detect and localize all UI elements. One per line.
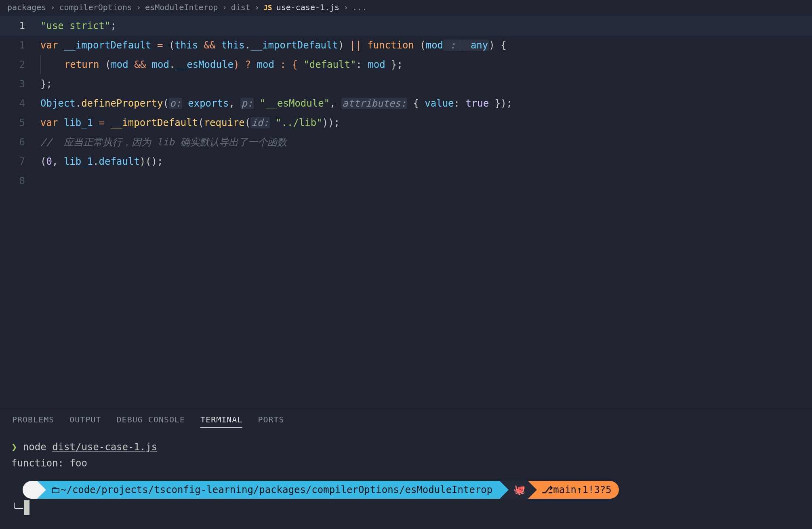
breadcrumb-seg[interactable]: compilerOptions <box>59 2 132 12</box>
tab-output[interactable]: OUTPUT <box>69 415 101 428</box>
token: }; <box>40 78 52 90</box>
terminal[interactable]: ❯ node dist/use-case-1.js function: foo … <box>0 432 812 516</box>
token-ident: __importDefault <box>64 40 151 51</box>
panel-tabs: PROBLEMS OUTPUT DEBUG CONSOLE TERMINAL P… <box>0 409 812 432</box>
line-number: 1 <box>0 16 36 36</box>
tab-ports[interactable]: PORTS <box>258 415 284 428</box>
token: true <box>465 98 489 109</box>
code-line[interactable]: 1 var __importDefault = (this && this.__… <box>0 36 812 55</box>
line-number: 7 <box>0 152 36 171</box>
token-keyword: var <box>40 40 58 51</box>
token: this <box>221 40 245 51</box>
token: lib_1 <box>64 117 93 128</box>
code-line[interactable]: 6 // 应当正常执行，因为 lib 确实默认导出了一个函数 <box>0 132 812 152</box>
line-number: 2 <box>0 55 36 74</box>
token: function <box>367 40 420 51</box>
token: mod <box>257 59 274 70</box>
token: , <box>229 98 240 109</box>
token: mod <box>368 59 385 70</box>
token: { <box>413 98 425 109</box>
token: ( <box>198 117 204 128</box>
token: ( <box>99 59 111 70</box>
token: __importDefault <box>110 117 198 128</box>
token: . <box>245 40 250 51</box>
git-branch: main <box>553 482 576 498</box>
token-string: "use strict" <box>40 20 110 31</box>
code-line[interactable]: 7 (0, lib_1.default)(); <box>0 152 812 171</box>
token: || <box>344 40 367 51</box>
token: var <box>40 117 58 128</box>
code-line[interactable]: 4 Object.defineProperty(o: exports, p: "… <box>0 94 812 113</box>
inlay-hint: p: <box>240 98 254 109</box>
git-dirty: !3 <box>588 482 600 498</box>
token: . <box>169 59 175 70</box>
line-number: 4 <box>0 94 36 113</box>
path-segment: 🗀 ~/code/projects/tsconfig-learning/pack… <box>37 481 500 499</box>
token: ) <box>338 40 344 51</box>
token: : <box>454 98 466 109</box>
code-line[interactable]: 8 <box>0 171 812 191</box>
token: mod <box>111 59 128 70</box>
token: } <box>489 98 501 109</box>
token: , <box>330 98 341 109</box>
chevron-right-icon: › <box>136 2 141 12</box>
token: this <box>175 40 198 51</box>
token <box>58 117 63 128</box>
token: : { <box>274 59 303 70</box>
git-segment: ⎇ main ↑1 !3 ?5 <box>528 481 619 499</box>
prompt-icon: ❯ <box>11 441 17 453</box>
editor-empty-space[interactable] <box>0 191 812 409</box>
inlay-hint: o: <box>169 98 182 109</box>
code-line[interactable]: 3 }; <box>0 74 812 94</box>
token: = <box>93 117 110 128</box>
apple-segment <box>23 481 37 499</box>
inlay-hint: : <box>443 40 462 51</box>
tab-debug-console[interactable]: DEBUG CONSOLE <box>117 415 185 428</box>
breadcrumb-seg[interactable]: esModuleInterop <box>145 2 218 12</box>
inlay-hint-type: any <box>470 40 489 51</box>
token: defineProperty <box>81 98 163 109</box>
breadcrumb-seg[interactable]: packages <box>7 2 46 12</box>
token: ( <box>420 40 425 51</box>
tab-terminal[interactable]: TERMINAL <box>200 415 242 428</box>
token-comment: // 应当正常执行，因为 lib 确实默认导出了一个函数 <box>40 136 287 148</box>
terminal-command: node <box>23 441 46 453</box>
js-file-icon: JS <box>263 3 272 12</box>
chevron-right-icon: › <box>343 2 348 12</box>
cwd-path: ~/code/projects/tsconfig-learning/packag… <box>61 482 492 498</box>
terminal-cursor-line[interactable]: ╰─ <box>11 500 801 516</box>
bottom-panel: PROBLEMS OUTPUT DEBUG CONSOLE TERMINAL P… <box>0 409 812 529</box>
inlay-hint <box>462 40 469 51</box>
token: __importDefault <box>250 40 338 51</box>
powerline-status: 🗀 ~/code/projects/tsconfig-learning/pack… <box>23 481 789 499</box>
token: mod <box>426 40 443 51</box>
chevron-right-icon: › <box>222 2 227 12</box>
token: )(); <box>140 156 163 167</box>
terminal-line: ❯ node dist/use-case-1.js <box>11 439 801 455</box>
terminal-arg: dist/use-case-1.js <box>52 441 157 453</box>
code-editor[interactable]: 1 "use strict"; 1 var __importDefault = … <box>0 15 812 409</box>
chevron-right-icon: › <box>255 2 259 12</box>
breadcrumb-tail[interactable]: ... <box>352 2 367 12</box>
token: ( <box>245 117 250 128</box>
token: value <box>425 98 454 109</box>
token: exports <box>188 98 229 109</box>
code-line[interactable]: 2 return (mod && mod.__esModule) ? mod :… <box>0 55 812 74</box>
token: ( <box>169 40 175 51</box>
code-line[interactable]: 1 "use strict"; <box>0 16 812 36</box>
token: "default" <box>303 59 356 70</box>
token: && <box>198 40 221 51</box>
git-untracked: ?5 <box>600 482 612 498</box>
token: __esModule <box>175 59 234 70</box>
tab-problems[interactable]: PROBLEMS <box>12 415 54 428</box>
token: default <box>99 156 140 167</box>
inlay-hint: attributes: <box>341 98 407 109</box>
token: ( <box>40 156 46 167</box>
token <box>254 98 259 109</box>
breadcrumb-seg[interactable]: dist <box>231 2 250 12</box>
token: return <box>64 59 99 70</box>
code-line[interactable]: 5 var lib_1 = __importDefault(require(id… <box>0 113 812 132</box>
github-icon: 🐙 <box>513 482 526 498</box>
breadcrumb-file[interactable]: use-case-1.js <box>276 2 340 12</box>
token: . <box>93 156 99 167</box>
